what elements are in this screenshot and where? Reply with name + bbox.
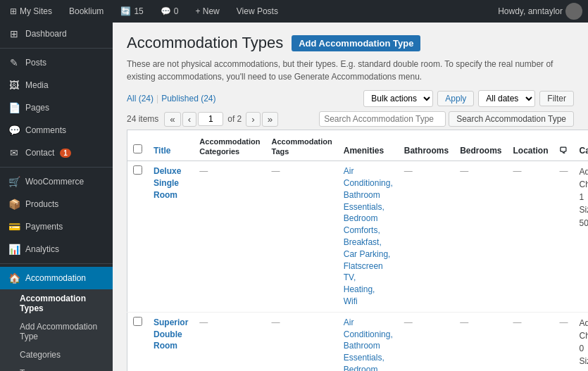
select-all-col <box>127 130 149 161</box>
view-posts-link[interactable]: View Posts <box>232 0 282 23</box>
updates-menu[interactable]: 🔄 15 <box>116 0 147 23</box>
filter-sep: | <box>156 94 158 103</box>
sidebar-item-products[interactable]: 📦 Products <box>0 193 113 215</box>
select-all-checkbox[interactable] <box>133 144 142 153</box>
title-col: Title <box>148 130 194 161</box>
row2-amenity-ac[interactable]: Air Conditioning <box>344 317 391 339</box>
row1-amenity-bc[interactable]: Bedroom Comforts <box>344 213 378 235</box>
filter-published[interactable]: Published (24) <box>161 94 215 103</box>
sidebar-subitem-accommodation-types[interactable]: Accommodation Types <box>0 289 113 317</box>
sidebar-item-contact[interactable]: ✉ Contact 1 <box>0 142 113 164</box>
sidebar-item-label: Comments <box>25 125 66 135</box>
sidebar-item-dashboard[interactable]: ⊞ Dashboard <box>0 23 113 45</box>
pagination: « ‹ of 2 › » <box>164 112 278 127</box>
row2-icon: — <box>553 312 573 371</box>
sidebar-item-label: Posts <box>25 58 46 68</box>
title-sort[interactable]: Title <box>154 146 170 156</box>
first-page-button[interactable]: « <box>164 112 180 127</box>
last-page-button[interactable]: » <box>262 112 278 127</box>
updates-icon: 🔄 <box>120 6 131 16</box>
my-sites-label: My Sites <box>20 6 52 16</box>
table-row: Superior Double Room — — Air Conditionin… <box>127 312 589 371</box>
capacity-col: Capacity <box>573 130 588 161</box>
row1-amenity-h[interactable]: Heating <box>344 284 373 294</box>
row1-icon: — <box>553 161 573 313</box>
apply-button[interactable]: Apply <box>437 91 474 106</box>
sidebar-item-woocommerce[interactable]: 🛒 WooCommerce <box>0 170 113 193</box>
pages-icon: 📄 <box>8 102 20 113</box>
row1-adults: Adults: 3 <box>579 165 588 178</box>
location-col: Location <box>507 130 553 161</box>
user-avatar <box>565 3 582 20</box>
row1-checkbox[interactable] <box>133 165 142 175</box>
contact-icon: ✉ <box>8 147 20 158</box>
row2-amenity-bc[interactable]: Bedroom Comforts <box>344 365 378 371</box>
comments-menu[interactable]: 💬 0 <box>156 0 183 23</box>
prev-page-button[interactable]: ‹ <box>182 112 196 127</box>
sidebar-item-media[interactable]: 🖼 Media <box>0 74 113 96</box>
page-description: These are not physical accommodations, b… <box>127 58 574 83</box>
sidebar-item-label: Contact <box>25 148 54 158</box>
sidebar-item-comments[interactable]: 💬 Comments <box>0 119 113 142</box>
sidebar-item-label: Products <box>25 199 58 209</box>
sidebar-subitem-add-accommodation-type[interactable]: Add Accommodation Type <box>0 317 113 346</box>
sidebar-item-pages[interactable]: 📄 Pages <box>0 96 113 119</box>
row2-capacity: Adults: 2 Children: 0 Size: 45m2 <box>573 312 588 371</box>
view-posts-label: View Posts <box>237 6 278 16</box>
main-layout: ⊞ Dashboard ✎ Posts 🖼 Media 📄 Pages 💬 Co… <box>0 23 588 371</box>
sidebar-sep-2 <box>0 167 113 168</box>
row1-title-link[interactable]: Deluxe Single Room <box>154 166 181 200</box>
sidebar-item-posts[interactable]: ✎ Posts <box>0 51 113 74</box>
search-button[interactable]: Search Accommodation Type <box>449 111 574 127</box>
row1-categories: — <box>194 161 265 313</box>
sidebar-sep-3 <box>0 263 113 264</box>
posts-icon: ✎ <box>8 57 20 68</box>
page-number-input[interactable] <box>198 112 223 126</box>
accommodation-submenu: Accommodation Types Add Accommodation Ty… <box>0 289 113 371</box>
sidebar-subitem-tags[interactable]: Tags <box>0 364 113 371</box>
woocommerce-icon: 🛒 <box>8 176 20 187</box>
row1-amenity-be[interactable]: Bathroom Essentials <box>344 190 382 212</box>
row2-checkbox[interactable] <box>133 317 142 326</box>
row2-title-link[interactable]: Superior Double Room <box>154 317 188 351</box>
search-input[interactable] <box>319 111 446 127</box>
wp-icon: ⊞ <box>10 6 17 16</box>
sidebar-item-analytics[interactable]: 📊 Analytics <box>0 238 113 260</box>
row1-amenity-w[interactable]: Wifi <box>344 296 358 306</box>
sidebar-item-label: Accommodation <box>25 273 86 283</box>
search-row: Search Accommodation Type <box>319 111 574 127</box>
row1-amenity-ac[interactable]: Air Conditioning <box>344 166 391 188</box>
row1-amenity-cp[interactable]: Car Parking <box>344 249 388 259</box>
row2-tags: — <box>266 312 338 371</box>
add-accommodation-type-button[interactable]: Add Accommodation Type <box>292 35 420 51</box>
filter-all[interactable]: All (24) <box>127 94 154 103</box>
row1-tags: — <box>266 161 338 313</box>
row2-amenity-be[interactable]: Bathroom Essentials <box>344 341 382 363</box>
next-page-button[interactable]: › <box>246 112 260 127</box>
amenities-col: Amenities <box>338 130 399 161</box>
products-icon: 📦 <box>8 199 20 210</box>
sidebar-item-accommodation[interactable]: 🏠 Accommodation <box>0 267 113 289</box>
page-title-row: Accommodation Types Add Accommodation Ty… <box>127 34 574 52</box>
table-header-row: 24 items « ‹ of 2 › » Search Accommodati… <box>127 111 574 127</box>
sidebar-item-label: Analytics <box>25 244 59 254</box>
comments-count: 0 <box>174 6 179 16</box>
bulk-actions-select[interactable]: Bulk actions <box>363 90 433 107</box>
row2-location: — <box>507 312 553 371</box>
page-of-label: of 2 <box>227 114 242 124</box>
sidebar-item-payments[interactable]: 💳 Payments <box>0 215 113 238</box>
row1-amenity-bf[interactable]: Breakfast <box>344 237 380 247</box>
site-name[interactable]: Booklium <box>65 0 108 23</box>
comments-icon: 💬 <box>161 6 171 16</box>
sidebar-item-label: Payments <box>25 222 63 232</box>
row1-amenity-ft[interactable]: Flatscreen TV <box>344 261 383 283</box>
filter-links: All (24) | Published (24) <box>127 94 216 103</box>
row1-title: Deluxe Single Room <box>148 161 194 313</box>
filter-button[interactable]: Filter <box>539 91 574 106</box>
dashboard-icon: ⊞ <box>8 28 20 39</box>
new-menu[interactable]: + New <box>191 0 223 23</box>
my-sites-menu[interactable]: ⊞ My Sites <box>6 0 56 23</box>
sidebar-item-label: Media <box>25 80 49 90</box>
sidebar-subitem-categories[interactable]: Categories <box>0 346 113 364</box>
date-filter-select[interactable]: All dates <box>478 90 535 107</box>
